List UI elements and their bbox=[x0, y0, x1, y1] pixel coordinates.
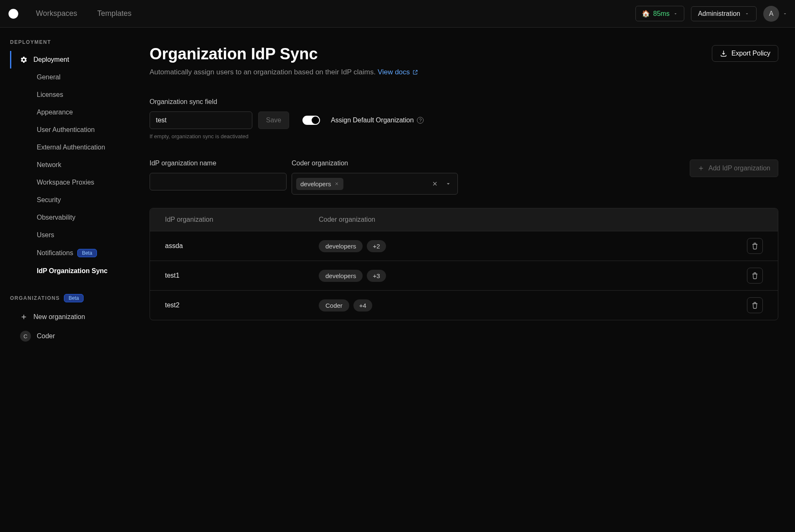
org-pill: Coder bbox=[319, 299, 349, 312]
org-chip: developers bbox=[296, 178, 343, 190]
sidebar-item-label: Deployment bbox=[33, 56, 69, 63]
table-header: IdP organization Coder organization bbox=[150, 208, 778, 231]
sidebar-section-deployment: DEPLOYMENT bbox=[0, 39, 130, 51]
avatar: A bbox=[763, 6, 779, 22]
clear-icon[interactable] bbox=[430, 180, 440, 187]
beta-badge: Beta bbox=[77, 249, 97, 257]
chevron-down-icon bbox=[744, 11, 749, 16]
sidebar-link-licenses[interactable]: Licenses bbox=[0, 86, 130, 104]
plus-icon bbox=[698, 165, 704, 172]
sync-field-input[interactable] bbox=[150, 111, 252, 129]
sidebar-link-idp-org-sync[interactable]: IdP Organization Sync bbox=[0, 262, 130, 280]
idp-org-name-label: IdP organization name bbox=[150, 160, 287, 167]
plus-icon bbox=[20, 313, 28, 321]
chevron-down-icon bbox=[782, 11, 787, 16]
sidebar-link-general[interactable]: General bbox=[0, 68, 130, 86]
idp-org-table: IdP organization Coder organization assd… bbox=[150, 208, 778, 320]
save-button[interactable]: Save bbox=[258, 111, 289, 129]
trash-icon bbox=[751, 272, 759, 279]
house-icon: 🏠 bbox=[642, 10, 650, 18]
sidebar-link-network[interactable]: Network bbox=[0, 156, 130, 174]
idp-org-name-input[interactable] bbox=[150, 173, 287, 190]
top-nav: Workspaces Templates 🏠 85ms Administrati… bbox=[0, 0, 795, 28]
sync-field-hint: If empty, organization sync is deactivat… bbox=[150, 133, 778, 139]
table-row: test1 developers +3 bbox=[150, 261, 778, 291]
administration-dropdown[interactable]: Administration bbox=[691, 6, 757, 21]
trash-icon bbox=[751, 242, 759, 250]
sidebar-link-label: Notifications bbox=[37, 249, 73, 257]
table-row: test2 Coder +4 bbox=[150, 291, 778, 320]
new-organization-button[interactable]: New organization bbox=[0, 308, 130, 326]
org-avatar: C bbox=[20, 331, 31, 342]
table-col-coder-org: Coder organization bbox=[319, 216, 763, 223]
toggle-knob bbox=[312, 117, 319, 124]
coder-org-label: Coder organization bbox=[292, 160, 458, 167]
sidebar-item-deployment[interactable]: Deployment bbox=[0, 51, 130, 68]
export-policy-button[interactable]: Export Policy bbox=[712, 45, 778, 62]
sidebar-link-user-auth[interactable]: User Authentication bbox=[0, 121, 130, 139]
org-extra-count: +3 bbox=[367, 270, 386, 282]
view-docs-link[interactable]: View docs bbox=[378, 68, 418, 76]
org-extra-count: +4 bbox=[353, 299, 372, 312]
nav-templates[interactable]: Templates bbox=[97, 9, 132, 18]
assign-default-label: Assign Default Organization bbox=[331, 117, 414, 124]
coder-org-multiselect[interactable]: developers bbox=[292, 173, 458, 195]
add-idp-organization-button[interactable]: Add IdP organization bbox=[690, 160, 778, 177]
main-content: Organization IdP Sync Automatically assi… bbox=[130, 28, 795, 532]
org-pill: developers bbox=[319, 240, 363, 252]
latency-dropdown[interactable]: 🏠 85ms bbox=[635, 6, 684, 21]
page-title: Organization IdP Sync bbox=[150, 45, 418, 63]
nav-workspaces[interactable]: Workspaces bbox=[36, 9, 77, 18]
page-subtitle: Automatically assign users to an organiz… bbox=[150, 68, 418, 76]
org-extra-count: +2 bbox=[367, 240, 386, 252]
sidebar-section-organizations: ORGANIZATIONS bbox=[10, 295, 60, 301]
sidebar-link-observability[interactable]: Observability bbox=[0, 209, 130, 226]
administration-label: Administration bbox=[698, 10, 740, 18]
external-link-icon bbox=[412, 69, 418, 75]
close-icon[interactable] bbox=[334, 181, 339, 186]
sidebar-link-security[interactable]: Security bbox=[0, 191, 130, 209]
sidebar-link-notifications[interactable]: Notifications Beta bbox=[0, 244, 130, 262]
delete-row-button[interactable] bbox=[747, 297, 763, 313]
idp-org-cell: test2 bbox=[165, 301, 319, 309]
download-icon bbox=[720, 50, 727, 57]
latency-value: 85ms bbox=[653, 10, 670, 18]
help-icon[interactable]: ? bbox=[417, 117, 424, 124]
gear-icon bbox=[20, 56, 28, 63]
table-col-idp: IdP organization bbox=[165, 216, 319, 223]
chevron-down-icon[interactable] bbox=[443, 180, 453, 187]
sidebar-link-external-auth[interactable]: External Authentication bbox=[0, 139, 130, 156]
new-organization-label: New organization bbox=[33, 313, 85, 321]
delete-row-button[interactable] bbox=[747, 238, 763, 254]
add-idp-org-label: Add IdP organization bbox=[709, 165, 770, 172]
sidebar-link-users[interactable]: Users bbox=[0, 226, 130, 244]
sidebar: DEPLOYMENT Deployment General Licenses A… bbox=[0, 28, 130, 532]
trash-icon bbox=[751, 301, 759, 309]
delete-row-button[interactable] bbox=[747, 268, 763, 284]
org-name: Coder bbox=[37, 332, 55, 340]
sidebar-link-appearance[interactable]: Appearance bbox=[0, 104, 130, 121]
assign-default-toggle[interactable] bbox=[302, 116, 320, 125]
org-pill: developers bbox=[319, 270, 363, 282]
coder-logo-icon[interactable] bbox=[8, 8, 19, 20]
export-policy-label: Export Policy bbox=[732, 50, 770, 57]
user-menu[interactable]: A bbox=[763, 6, 787, 22]
chevron-down-icon bbox=[673, 11, 678, 16]
org-chip-label: developers bbox=[300, 180, 331, 187]
beta-badge: Beta bbox=[64, 294, 84, 302]
sidebar-link-workspace-proxies[interactable]: Workspace Proxies bbox=[0, 174, 130, 191]
idp-org-cell: assda bbox=[165, 242, 319, 250]
table-row: assda developers +2 bbox=[150, 231, 778, 261]
sync-field-label: Organization sync field bbox=[150, 98, 778, 106]
idp-org-cell: test1 bbox=[165, 272, 319, 279]
sidebar-org-item[interactable]: C Coder bbox=[0, 326, 130, 347]
